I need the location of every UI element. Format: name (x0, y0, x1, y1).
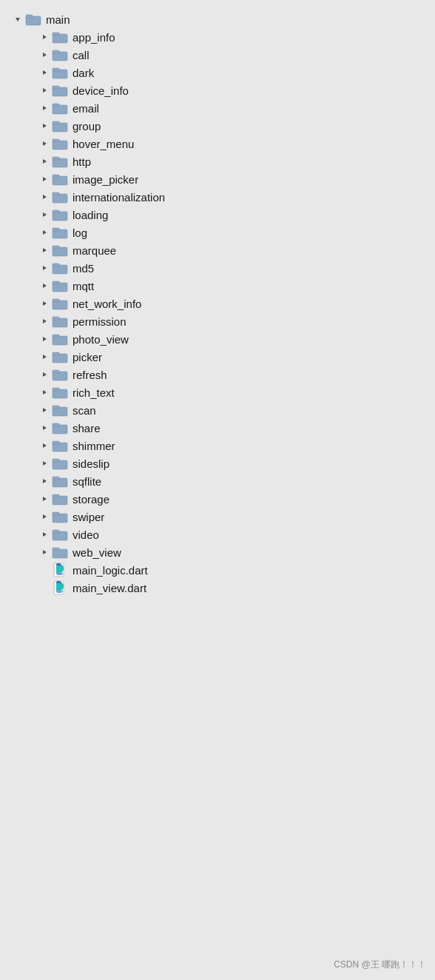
svg-marker-27 (43, 177, 47, 181)
tree-item-device_info[interactable]: device_info (0, 81, 435, 99)
tree-item-web_view[interactable]: web_view (0, 543, 435, 561)
folder-icon (52, 403, 68, 417)
tree-item-storage[interactable]: storage (0, 490, 435, 508)
svg-marker-33 (43, 212, 47, 217)
tree-item-label: sideslip (72, 457, 109, 470)
tree-item-swiper[interactable]: swiper (0, 508, 435, 526)
tree-item-group[interactable]: group (0, 117, 435, 135)
tree-item-share[interactable]: share (0, 419, 435, 437)
tree-item-label: shimmer (72, 440, 115, 452)
tree-item-label: main_logic.dart (72, 564, 148, 577)
chevron-right-icon (38, 31, 50, 43)
svg-rect-74 (53, 441, 59, 444)
tree-item-app_info[interactable]: app_info (0, 28, 435, 46)
tree-item-label: internationalization (72, 191, 165, 204)
tree-item-log[interactable]: log (0, 224, 435, 241)
folder-icon (52, 457, 68, 470)
tree-item-call[interactable]: call (0, 46, 435, 64)
chevron-right-icon (38, 49, 50, 61)
tree-item-sideslip[interactable]: sideslip (0, 454, 435, 472)
tree-item-label: refresh (72, 369, 107, 381)
tree-item-main_logic-dart[interactable]: main_logic.dart (0, 561, 435, 579)
chevron-right-icon (38, 333, 50, 345)
tree-item-dark[interactable]: dark (0, 64, 435, 81)
folder-icon (52, 84, 68, 97)
folder-icon (25, 13, 41, 26)
tree-item-md5[interactable]: md5 (0, 259, 435, 277)
tree-item-shimmer[interactable]: shimmer (0, 437, 435, 454)
folder-icon (52, 226, 68, 239)
tree-item-label: mqtt (72, 280, 94, 292)
tree-item-label: swiper (72, 511, 104, 523)
tree-item-main_view-dart[interactable]: main_view.dart (0, 579, 435, 597)
chevron-right-icon (38, 138, 50, 150)
folder-icon (52, 30, 68, 44)
folder-icon (52, 190, 68, 204)
svg-marker-51 (43, 319, 47, 323)
chevron-right-icon (38, 173, 50, 185)
tree-item-net_work_info[interactable]: net_work_info (0, 295, 435, 312)
tree-item-internationalization[interactable]: internationalization (0, 188, 435, 206)
svg-marker-9 (43, 70, 47, 75)
tree-item-permission[interactable]: permission (0, 312, 435, 330)
svg-marker-63 (43, 390, 47, 395)
folder-icon (52, 279, 68, 292)
svg-marker-12 (43, 88, 47, 93)
folder-icon (52, 261, 68, 275)
svg-rect-26 (53, 157, 59, 160)
svg-rect-80 (53, 477, 59, 480)
tree-item-photo_view[interactable]: photo_view (0, 330, 435, 348)
chevron-right-icon (38, 404, 50, 416)
folder-icon (52, 474, 68, 488)
chevron-right-icon (38, 191, 50, 203)
tree-item-label: image_picker (72, 173, 138, 186)
tree-item-picker[interactable]: picker (0, 348, 435, 366)
tree-item-scan[interactable]: scan (0, 401, 435, 419)
svg-marker-36 (43, 230, 47, 235)
svg-rect-29 (53, 175, 59, 178)
chevron-right-icon (38, 528, 50, 540)
chevron-right-icon (38, 226, 50, 238)
tree-item-email[interactable]: email (0, 99, 435, 117)
svg-marker-54 (43, 337, 47, 341)
folder-icon (52, 368, 68, 381)
tree-item-label: net_work_info (72, 298, 141, 310)
svg-marker-57 (43, 355, 47, 359)
folder-icon (52, 510, 68, 523)
folder-icon (52, 48, 68, 61)
folder-icon (52, 315, 68, 328)
chevron-right-icon (38, 262, 50, 274)
folder-icon (52, 244, 68, 257)
tree-item-label: web_view (72, 546, 121, 559)
watermark: CSDN @王 哪跑！！！ (334, 959, 426, 971)
folder-icon (52, 546, 68, 559)
tree-item-video[interactable]: video (0, 526, 435, 543)
tree-item-refresh[interactable]: refresh (0, 366, 435, 383)
chevron-right-icon (38, 67, 50, 78)
svg-rect-65 (53, 388, 59, 391)
svg-marker-6 (43, 53, 47, 57)
tree-item-main[interactable]: main (0, 10, 435, 28)
tree-item-sqflite[interactable]: sqflite (0, 472, 435, 490)
tree-item-loading[interactable]: loading (0, 206, 435, 224)
tree-item-rich_text[interactable]: rich_text (0, 383, 435, 401)
svg-rect-83 (53, 494, 59, 497)
svg-rect-62 (53, 370, 59, 373)
svg-marker-69 (43, 426, 47, 430)
svg-rect-77 (53, 459, 59, 462)
chevron-right-icon (38, 155, 50, 167)
folder-icon (52, 101, 68, 115)
tree-item-mqtt[interactable]: mqtt (0, 277, 435, 295)
tree-item-hover_menu[interactable]: hover_menu (0, 135, 435, 152)
file-tree: main app_info (0, 6, 435, 601)
tree-item-image_picker[interactable]: image_picker (0, 170, 435, 188)
tree-item-http[interactable]: http (0, 152, 435, 170)
folder-icon (52, 421, 68, 434)
tree-item-label: md5 (72, 262, 94, 275)
folder-icon (52, 119, 68, 132)
tree-item-marquee[interactable]: marquee (0, 241, 435, 259)
chevron-right-icon (38, 120, 50, 132)
chevron-right-icon (38, 244, 50, 256)
svg-marker-48 (43, 301, 47, 306)
chevron-down-icon (12, 13, 24, 25)
